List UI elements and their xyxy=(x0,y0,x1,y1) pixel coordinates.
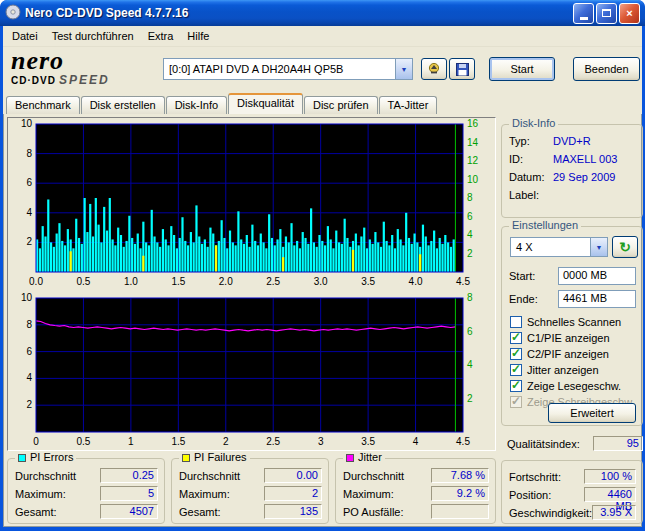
pi-failures-legend-swatch xyxy=(182,454,190,462)
tab-disk-info[interactable]: Disk-Info xyxy=(166,96,227,114)
svg-text:1.5: 1.5 xyxy=(171,276,185,287)
svg-text:1.0: 1.0 xyxy=(124,276,138,287)
tab-disc-pruefen[interactable]: Disc prüfen xyxy=(304,96,378,114)
checkbox-label: C2/PIF anzeigen xyxy=(527,348,609,360)
minimize-button[interactable] xyxy=(573,3,594,24)
pi-failures-total-value: 135 xyxy=(264,504,322,519)
avg-label: Durchschnitt xyxy=(343,470,431,482)
minimize-icon xyxy=(580,17,588,20)
tab-benchmark[interactable]: Benchmark xyxy=(6,96,80,114)
disk-id-label: ID: xyxy=(509,153,553,165)
checkbox-c1-pie[interactable]: ✓C1/PIE anzeigen xyxy=(510,331,610,345)
checkbox-label: C1/PIE anzeigen xyxy=(527,332,610,344)
header: nero CD·DVD SPEED [0:0] ATAPI DVD A DH20… xyxy=(3,47,642,93)
pi-errors-avg-value: 0.25 xyxy=(100,468,158,483)
save-icon xyxy=(456,63,469,76)
svg-text:10: 10 xyxy=(21,118,33,129)
check-icon: ✓ xyxy=(511,394,521,408)
end-mb-label: Ende: xyxy=(509,293,558,305)
disk-label-label: Label: xyxy=(509,189,553,201)
speed-select-value: 4 X xyxy=(511,241,590,253)
quit-button[interactable]: Beenden xyxy=(573,57,640,81)
settings-group: Einstellungen 4 X ▼ ↻ Start:0000 MB Ende… xyxy=(501,226,643,426)
svg-text:0: 0 xyxy=(33,436,39,447)
svg-text:0.5: 0.5 xyxy=(76,436,90,447)
chevron-down-icon[interactable]: ▼ xyxy=(590,238,607,256)
pi-failures-panel: PI Failures Durchschnitt0.00 Maximum:2 G… xyxy=(171,458,329,524)
checkbox-jitter[interactable]: ✓Jitter anzeigen xyxy=(510,363,599,377)
pi-errors-caption: PI Errors xyxy=(30,451,73,463)
disk-date-value: 29 Sep 2009 xyxy=(553,171,615,183)
maximize-button[interactable] xyxy=(596,3,617,24)
drive-select[interactable]: [0:0] ATAPI DVD A DH20A4H QP5B ▼ xyxy=(163,58,413,80)
jitter-chart: 246810246800.511.522.533.544.5 xyxy=(8,292,495,450)
menu-bar: Datei Test durchführen Extra Hilfe xyxy=(3,26,642,47)
jitter-caption: Jitter xyxy=(358,451,382,463)
svg-text:2: 2 xyxy=(467,393,473,404)
svg-text:6: 6 xyxy=(26,177,32,188)
svg-text:14: 14 xyxy=(467,137,479,148)
checkbox-box: ✓ xyxy=(510,332,522,344)
disk-id-value: MAXELL 003 xyxy=(553,153,617,165)
checkbox-c2-pif[interactable]: ✓C2/PIF anzeigen xyxy=(510,347,609,361)
checkbox-label: Zeige Lesegeschw. xyxy=(527,380,621,392)
menu-test-durchfuehren[interactable]: Test durchführen xyxy=(45,28,141,44)
progress-group: Fortschritt:100 % Position:4460 MB Gesch… xyxy=(501,460,643,524)
svg-text:3.0: 3.0 xyxy=(314,276,328,287)
svg-text:8: 8 xyxy=(26,319,32,330)
disk-date-label: Datum: xyxy=(509,171,553,183)
nero-logo-text: nero xyxy=(11,48,110,74)
menu-datei[interactable]: Datei xyxy=(5,28,45,44)
svg-text:2: 2 xyxy=(26,236,32,247)
pi-errors-legend-swatch xyxy=(18,454,26,462)
advanced-button[interactable]: Erweitert xyxy=(548,403,636,423)
svg-text:2.5: 2.5 xyxy=(266,436,280,447)
max-label: Maximum: xyxy=(15,488,100,500)
svg-text:2: 2 xyxy=(26,399,32,410)
checkbox-schnelles-scannen[interactable]: ✓Schnelles Scannen xyxy=(510,315,621,329)
svg-text:8: 8 xyxy=(467,292,473,303)
checkbox-label: Schnelles Scannen xyxy=(527,316,621,328)
svg-text:1: 1 xyxy=(128,436,134,447)
svg-text:6: 6 xyxy=(467,211,473,222)
pi-errors-chart: 2468102468101214160.00.51.01.52.02.53.03… xyxy=(8,118,495,290)
svg-text:4: 4 xyxy=(467,229,473,240)
tab-ta-jitter[interactable]: TA-Jitter xyxy=(379,96,438,114)
pi-failures-max-value: 2 xyxy=(264,486,322,501)
menu-extra[interactable]: Extra xyxy=(141,28,181,44)
eject-button[interactable] xyxy=(421,58,447,80)
check-icon: ✓ xyxy=(511,378,521,392)
speed-select[interactable]: 4 X ▼ xyxy=(510,237,608,257)
svg-text:2: 2 xyxy=(223,436,229,447)
jitter-avg-value: 7.68 % xyxy=(431,468,489,483)
pi-errors-total-value: 4507 xyxy=(100,504,158,519)
svg-text:3: 3 xyxy=(318,436,324,447)
close-button[interactable]: × xyxy=(619,3,640,24)
check-icon: ✓ xyxy=(511,346,521,360)
svg-text:4.5: 4.5 xyxy=(456,436,470,447)
jitter-max-value: 9.2 % xyxy=(431,486,489,501)
checkbox-lesegeschw[interactable]: ✓Zeige Lesegeschw. xyxy=(510,379,621,393)
tab-diskqualitaet[interactable]: Diskqualität xyxy=(228,93,303,114)
tab-disk-erstellen[interactable]: Disk erstellen xyxy=(81,96,165,114)
refresh-button[interactable]: ↻ xyxy=(612,236,638,258)
svg-text:3.5: 3.5 xyxy=(361,276,375,287)
avg-label: Durchschnitt xyxy=(15,470,100,482)
svg-text:2.0: 2.0 xyxy=(219,276,233,287)
logo-cddvd-text: CD·DVD xyxy=(11,75,56,86)
title-bar[interactable]: Nero CD-DVD Speed 4.7.7.16 × xyxy=(0,0,645,26)
save-button[interactable] xyxy=(449,58,475,80)
refresh-icon: ↻ xyxy=(619,239,631,255)
svg-text:6: 6 xyxy=(26,346,32,357)
start-mb-field[interactable]: 0000 MB xyxy=(558,267,636,285)
jitter-legend-swatch xyxy=(346,454,354,462)
checkbox-box: ✓ xyxy=(510,348,522,360)
menu-hilfe[interactable]: Hilfe xyxy=(180,28,216,44)
svg-text:6: 6 xyxy=(467,326,473,337)
chevron-down-icon[interactable]: ▼ xyxy=(395,59,412,79)
position-value: 4460 MB xyxy=(584,487,636,502)
settings-caption: Einstellungen xyxy=(509,219,581,231)
speed-value: 3.95 X xyxy=(592,505,636,520)
end-mb-field[interactable]: 4461 MB xyxy=(558,290,636,308)
start-button[interactable]: Start xyxy=(489,57,555,81)
